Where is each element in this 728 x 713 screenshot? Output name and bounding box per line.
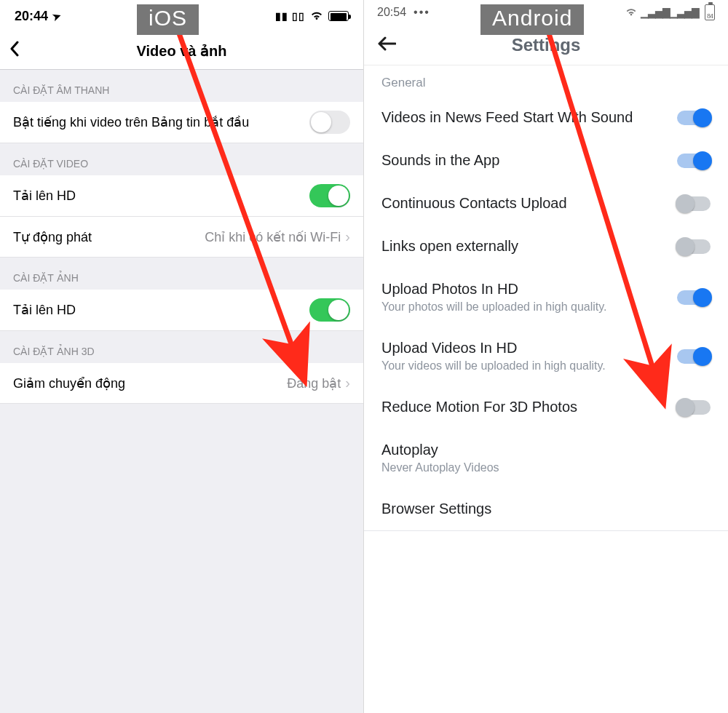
row-sound-on-start[interactable]: Bật tiếng khi video trên Bảng tin bắt đầ… [0,102,363,143]
toggle-video-upload-hd[interactable] [309,184,350,207]
ios-nav-header: Video và ảnh [0,32,363,70]
row-label: Browser Settings [381,501,711,517]
row-sound-feed[interactable]: Videos in News Feed Start With Sound [364,96,728,139]
wifi-icon [625,7,638,19]
toggle-sound-feed[interactable] [677,111,711,125]
toggle-upload-videos-hd[interactable] [677,349,711,364]
section-header-photo: CÀI ĐẶT ẢNH [0,258,363,290]
row-autoplay[interactable]: Autoplay Never Autoplay Videos [364,429,728,487]
row-photo-upload-hd[interactable]: Tải lên HD [0,290,363,331]
row-video-upload-hd[interactable]: Tải lên HD [0,175,363,217]
row-label: Bật tiếng khi video trên Bảng tin bắt đầ… [13,114,249,130]
toggle-reduce-motion-3d[interactable] [677,400,711,415]
row-label: Autoplay [381,442,711,458]
row-label: Videos in News Feed Start With Sound [381,109,665,126]
back-button[interactable] [9,39,20,62]
android-time: 20:54 [377,6,406,19]
section-header-video: CÀI ĐẶT VIDEO [0,143,363,175]
row-label: Upload Videos In HD [381,340,665,356]
row-autoplay[interactable]: Tự động phát Chỉ khi có kết nối Wi-Fi › [0,217,363,258]
cellular-icon: ▮▮ ▯▯ [275,10,305,22]
row-label: Links open externally [381,238,665,255]
row-label: Sounds in the App [381,152,665,169]
row-label: Tải lên HD [13,302,76,318]
signal-icon: ▁▃▅▇▁▃▅▇ [641,7,699,18]
empty-area [0,404,363,713]
row-label: Upload Photos In HD [381,281,665,298]
row-upload-videos-hd[interactable]: Upload Videos In HD Your videos will be … [364,327,728,386]
row-reduce-motion-3d[interactable]: Reduce Motion For 3D Photos [364,386,728,429]
wifi-icon [309,9,324,24]
toggle-sound-on-start[interactable] [309,111,350,134]
toggle-sounds-app[interactable] [677,154,711,168]
toggle-contacts-upload[interactable] [677,196,711,211]
toggle-upload-photos-hd[interactable] [677,290,711,305]
row-label: Tải lên HD [13,188,76,204]
row-reduce-motion[interactable]: Giảm chuyển động Đang bật › [0,363,363,404]
row-label: Reduce Motion For 3D Photos [381,399,665,415]
row-subtitle: Your photos will be uploaded in high qua… [381,300,665,314]
ios-badge: iOS [137,4,199,35]
battery-icon [328,11,349,21]
ios-time: 20:44 [15,9,48,24]
row-label: Giảm chuyển động [13,375,125,391]
row-upload-photos-hd[interactable]: Upload Photos In HD Your photos will be … [364,268,728,327]
row-label: Continuous Contacts Upload [381,195,665,212]
section-header-general: General [364,65,728,96]
chevron-right-icon: › [345,228,350,245]
row-links-external[interactable]: Links open externally [364,225,728,268]
row-detail: Đang bật [287,375,341,391]
section-header-photo3d: CÀI ĐẶT ẢNH 3D [0,331,363,363]
row-label: Tự động phát [13,229,92,245]
android-badge: Android [480,4,584,35]
row-subtitle: Your videos will be uploaded in high qua… [381,359,665,373]
battery-icon: 84 [705,4,715,20]
row-subtitle: Never Autoplay Videos [381,461,711,474]
row-detail: Chỉ khi có kết nối Wi-Fi [205,229,341,245]
more-icon: ••• [414,6,430,19]
page-title: Video và ảnh [137,42,227,60]
divider [364,530,728,531]
chevron-right-icon: › [345,375,350,391]
toggle-links-external[interactable] [677,239,711,254]
page-title: Settings [364,35,728,55]
row-contacts-upload[interactable]: Continuous Contacts Upload [364,182,728,225]
toggle-photo-upload-hd[interactable] [309,298,350,322]
row-sounds-app[interactable]: Sounds in the App [364,139,728,182]
row-browser-settings[interactable]: Browser Settings [364,487,728,530]
location-arrow-icon: ➤ [51,9,63,23]
section-header-sound: CÀI ĐẶT ÂM THANH [0,70,363,102]
